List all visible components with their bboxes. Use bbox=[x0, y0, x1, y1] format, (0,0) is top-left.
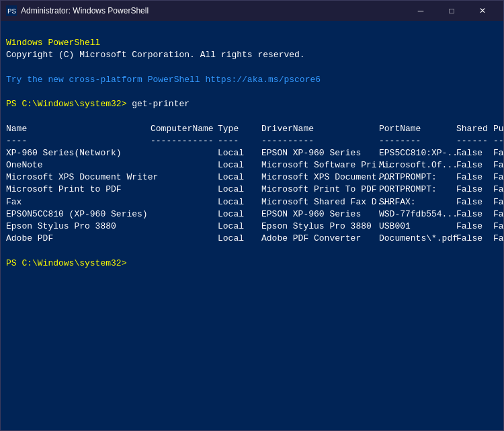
col-header-driver: DriverName bbox=[261, 123, 379, 135]
col-sep-driver: ---------- bbox=[261, 135, 379, 147]
console-line-2: Copyright (C) Microsoft Corporation. All… bbox=[6, 50, 305, 60]
table-row: XP-960 Series(Network)LocalEPSON XP-960 … bbox=[6, 148, 503, 158]
table-row: Adobe PDFLocalAdobe PDF ConverterDocumen… bbox=[6, 233, 503, 243]
table-row: Microsoft XPS Document WriterLocalMicros… bbox=[6, 172, 503, 182]
col-header-name: Name bbox=[6, 123, 151, 135]
table-header-row: NameComputerNameTypeDriverNamePortNameSh… bbox=[6, 124, 503, 134]
minimize-button[interactable]: ─ bbox=[405, 1, 436, 21]
window-title: Administrator: Windows PowerShell bbox=[21, 6, 405, 15]
table-separator-row: ----------------------------------------… bbox=[6, 136, 503, 146]
table-row: Epson Stylus Pro 3880LocalEpson Stylus P… bbox=[6, 221, 503, 231]
col-sep-name: ---- bbox=[6, 135, 151, 147]
console-line-1: Windows PowerShell bbox=[6, 38, 100, 48]
table-row: Microsoft Print to PDFLocalMicrosoft Pri… bbox=[6, 184, 503, 194]
col-sep-shared: ------ bbox=[456, 135, 493, 147]
col-sep-computer: ------------ bbox=[151, 135, 218, 147]
col-header-computer: ComputerName bbox=[151, 123, 218, 135]
close-button[interactable]: ✕ bbox=[467, 1, 498, 21]
console-line-4: Try the new cross-platform PowerShell ht… bbox=[6, 75, 321, 85]
col-header-type: Type bbox=[218, 123, 261, 135]
svg-text:PS: PS bbox=[7, 7, 17, 15]
window-controls: ─ □ ✕ bbox=[405, 1, 498, 21]
title-bar: PS Administrator: Windows PowerShell ─ □… bbox=[1, 1, 503, 21]
table-row: FaxLocalMicrosoft Shared Fax D...SHRFAX:… bbox=[6, 197, 503, 207]
col-sep-type: ---- bbox=[218, 135, 261, 147]
col-header-port: PortName bbox=[379, 123, 456, 135]
window-icon: PS bbox=[6, 5, 17, 16]
col-header-published: Published bbox=[493, 123, 503, 135]
console-prompt-1: PS C:\Windows\system32> get-printer bbox=[6, 99, 190, 109]
maximize-button[interactable]: □ bbox=[436, 1, 467, 21]
col-sep-port: -------- bbox=[379, 135, 456, 147]
console-output[interactable]: Windows PowerShell Copyright (C) Microso… bbox=[1, 21, 503, 430]
col-sep-published: --------- bbox=[493, 135, 503, 147]
col-header-shared: Shared bbox=[456, 123, 493, 135]
table-row: EPSON5CC810 (XP-960 Series)LocalEPSON XP… bbox=[6, 209, 503, 219]
powershell-window: PS Administrator: Windows PowerShell ─ □… bbox=[0, 0, 504, 431]
console-prompt-2: PS C:\Windows\system32> bbox=[6, 258, 126, 268]
table-row: OneNoteLocalMicrosoft Software Pri...Mic… bbox=[6, 160, 503, 170]
